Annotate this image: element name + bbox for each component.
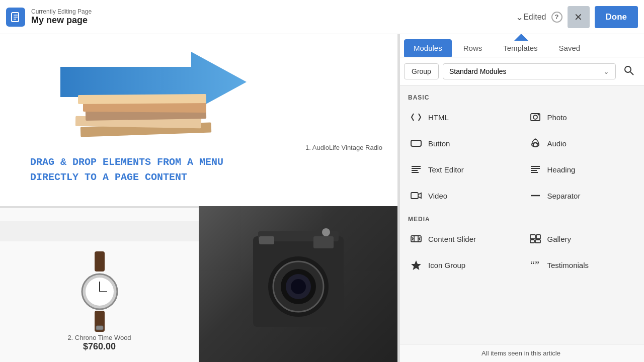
module-button[interactable]: Button	[402, 130, 521, 156]
module-text-editor-label: Text Editor	[428, 165, 464, 174]
svg-point-21	[322, 228, 330, 236]
content-slider-icon	[410, 233, 422, 245]
module-photo[interactable]: Photo	[521, 104, 640, 130]
module-testimonials[interactable]: “” Testimonials	[521, 252, 640, 278]
camera-image	[248, 221, 349, 347]
separator-icon	[529, 190, 541, 202]
main-area: 1. AudioLife Vintage Radio DRAG & DROP E…	[0, 34, 644, 362]
tab-saved[interactable]: Saved	[549, 39, 590, 57]
search-button[interactable]	[620, 62, 638, 80]
module-heading-label: Heading	[547, 165, 576, 174]
camera-section	[199, 206, 397, 362]
svg-point-25	[533, 115, 537, 119]
currently-editing-label: Currently Editing Page	[31, 8, 511, 15]
module-photo-label: Photo	[547, 113, 567, 122]
svg-rect-19	[313, 236, 334, 248]
page-dropdown-arrow[interactable]: ⌄	[516, 12, 523, 23]
product1-label: 1. AudioLife Vintage Radio	[305, 144, 382, 151]
watch-price: $760.00	[83, 341, 116, 352]
svg-rect-44	[530, 235, 535, 239]
filter-row: Group Standard Modules ⌄	[398, 57, 644, 86]
svg-marker-48	[411, 260, 421, 270]
module-icon-group[interactable]: Icon Group	[402, 252, 521, 278]
watch-image	[77, 251, 122, 332]
svg-point-26	[537, 114, 539, 116]
section-basic-header: BASIC	[400, 91, 642, 104]
module-content-slider-label: Content Slider	[428, 235, 476, 243]
video-icon	[410, 190, 422, 202]
svg-rect-47	[535, 240, 540, 243]
close-button[interactable]: ✕	[568, 6, 590, 28]
tab-modules[interactable]: Modules	[404, 39, 452, 57]
panel-drag-handle[interactable]	[398, 34, 400, 362]
svg-rect-39	[411, 193, 418, 199]
basic-modules-grid: HTML Photo	[400, 104, 642, 209]
svg-rect-20	[259, 236, 274, 244]
svg-rect-5	[95, 251, 105, 272]
chevron-down-icon: ⌄	[603, 67, 609, 75]
module-button-label: Button	[428, 139, 450, 148]
svg-rect-45	[536, 235, 540, 239]
module-content-slider[interactable]: Content Slider	[402, 226, 521, 252]
product-section: 2. Chrono Time Wood $760.00	[0, 206, 397, 362]
svg-line-23	[630, 72, 633, 75]
module-gallery[interactable]: Gallery	[521, 226, 640, 252]
svg-rect-46	[530, 240, 534, 243]
page-content: 1. AudioLife Vintage Radio DRAG & DROP E…	[0, 34, 397, 362]
top-bar: Currently Editing Page My new page ⌄ Edi…	[0, 0, 644, 34]
module-gallery-label: Gallery	[547, 235, 572, 243]
edited-label: Edited	[523, 13, 546, 22]
module-audio[interactable]: Audio	[521, 130, 640, 156]
page-info: Currently Editing Page My new page	[31, 8, 511, 26]
section-media-header: MEDIA	[400, 213, 642, 226]
button-icon	[410, 137, 422, 149]
module-separator[interactable]: Separator	[521, 183, 640, 209]
svg-rect-27	[411, 140, 421, 146]
svg-point-18	[291, 279, 306, 294]
module-html-label: HTML	[428, 113, 449, 122]
module-testimonials-label: Testimonials	[547, 261, 589, 269]
svg-text:“”: “”	[530, 259, 539, 270]
modules-list: BASIC HTML	[398, 86, 644, 344]
photo-icon	[529, 111, 541, 123]
heading-icon	[529, 163, 541, 175]
group-button[interactable]: Group	[404, 63, 439, 79]
search-icon	[623, 65, 634, 78]
drag-text-line1: DRAG & DROP ELEMENTS FROM A MENU	[30, 155, 223, 170]
close-icon: ✕	[574, 11, 583, 23]
module-icon-group-label: Icon Group	[428, 261, 465, 269]
testimonials-icon: “”	[529, 259, 541, 271]
group-select[interactable]: Standard Modules ⌄	[443, 63, 616, 79]
watch-name: 2. Chrono Time Wood	[67, 334, 131, 341]
help-icon[interactable]: ?	[551, 12, 562, 23]
page-icon	[6, 8, 25, 27]
bottom-note: All items seen in this article	[398, 344, 644, 362]
drag-drop-text: DRAG & DROP ELEMENTS FROM A MENU DIRECTL…	[30, 155, 223, 185]
media-modules-grid: Content Slider Gallery	[400, 226, 642, 278]
module-html[interactable]: HTML	[402, 104, 521, 130]
gallery-icon	[529, 233, 541, 245]
page-title: My new page	[31, 15, 511, 26]
svg-point-22	[625, 66, 631, 72]
done-button[interactable]: Done	[595, 6, 638, 28]
html-icon	[410, 111, 422, 123]
tab-templates[interactable]: Templates	[494, 39, 547, 57]
module-text-editor[interactable]: Text Editor	[402, 156, 521, 183]
books-decoration	[50, 89, 242, 145]
audio-icon	[529, 137, 541, 149]
module-audio-label: Audio	[547, 139, 567, 148]
group-select-value: Standard Modules	[449, 67, 507, 75]
drag-text-line2: DIRECTLY TO A PAGE CONTENT	[30, 170, 223, 185]
module-heading[interactable]: Heading	[521, 156, 640, 183]
module-video[interactable]: Video	[402, 183, 521, 209]
text-editor-icon	[410, 163, 422, 175]
tab-rows[interactable]: Rows	[454, 39, 492, 57]
module-video-label: Video	[428, 192, 447, 200]
top-bar-right: Edited ? ✕ Done	[523, 6, 638, 28]
panel-arrow	[514, 34, 528, 41]
svg-rect-11	[96, 326, 103, 330]
icon-group-icon	[410, 259, 422, 271]
module-separator-label: Separator	[547, 192, 581, 200]
svg-point-30	[532, 143, 539, 147]
right-panel: Modules Rows Templates Saved Group Stand…	[397, 34, 644, 362]
